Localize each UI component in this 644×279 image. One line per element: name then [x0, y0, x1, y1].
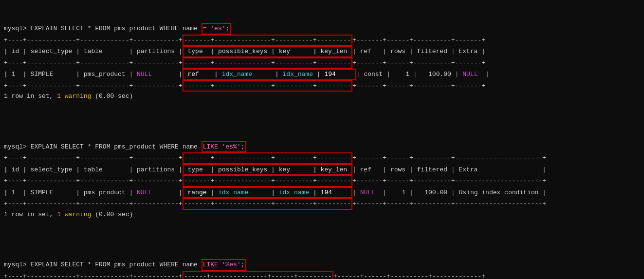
explain-keyword-3: EXPLAIN SELECT * FROM pms_product WHERE …	[31, 261, 202, 268]
explain-keyword-1: EXPLAIN SELECT * FROM pms_product WHERE …	[31, 25, 202, 32]
divider-1c-end: +-------+------+----------+-------+	[352, 82, 485, 90]
command-line-2: mysql> EXPLAIN SELECT * FROM pms_product…	[4, 143, 246, 150]
condition-highlight-3: LIKE '%es';	[202, 259, 246, 271]
col-highlight-box-2: -------+---------------+----------+-----…	[183, 152, 352, 164]
divider-3a: +----+-------------+-------------+------…	[4, 273, 183, 279]
divider-1a-end: +-------+------+----------+-------+	[352, 37, 485, 44]
divider-2a-end: +-------+------+----------+-------------…	[352, 154, 546, 162]
footer-1: 1 row in set, 1 warning (0.00 sec)	[4, 93, 133, 100]
col-highlight-box-1c: -------+---------------+----------+-----…	[183, 80, 352, 92]
key-val-2: idx_name	[279, 189, 309, 196]
divider-2c-end: +-------+------+----------+-------------…	[352, 200, 546, 207]
data-row-2: | 1 | SIMPLE | pms_product | NULL |	[4, 189, 183, 196]
type-val-1: ref	[188, 71, 199, 78]
null-val-2: NULL	[137, 189, 152, 196]
header-2-end: | ref | rows | filtered | Extra |	[352, 166, 546, 173]
condition-text-2: LIKE 'es%';	[203, 143, 245, 150]
condition-text-1: = 'es';	[203, 25, 230, 32]
footer-2: 1 row in set, 1 warning (0.00 sec)	[4, 211, 133, 218]
col-highlight-box-1b: -------+---------------+----------+-----…	[183, 57, 352, 69]
condition-highlight-1: = 'es';	[202, 23, 231, 35]
col-header-highlight-2: type | possible_keys | key | key_len	[183, 164, 352, 176]
col-data-highlight-1: ref | idx_name | idx_name | 194	[183, 69, 356, 80]
col-data-highlight-2: range | idx_name | idx_name | 194	[183, 187, 352, 199]
divider-1b-end: +-------+------+----------+-------+	[352, 59, 485, 67]
ref-val-2: NULL	[360, 189, 375, 196]
divider-2b: +----+-------------+-------------+------…	[4, 177, 183, 185]
prompt-2: mysql>	[4, 143, 31, 150]
divider-2b-end: +-------+------+----------+-------------…	[352, 177, 546, 185]
pk-val-1: idx_name	[222, 71, 252, 78]
col-highlight-box-3: ------+---------------+------+---------	[183, 271, 333, 279]
col-highlight-box-1: -------+---------------+----------+-----…	[183, 35, 352, 46]
divider-2a: +----+-------------+-------------+------…	[4, 154, 183, 162]
query-block-1: mysql> EXPLAIN SELECT * FROM pms_product…	[4, 14, 640, 101]
data-row-1-end: | const | 1 | 100.00 | NULL |	[356, 71, 489, 78]
divider-1b: +----+-------------+-------------+------…	[4, 59, 183, 67]
col-highlight-box-2b: -------+---------------+----------+-----…	[183, 175, 352, 187]
divider-3a-end: +------+------+----------+-------------+	[333, 273, 485, 279]
warning-2: 1 warning	[57, 211, 91, 218]
query-block-3: mysql> EXPLAIN SELECT * FROM pms_product…	[4, 240, 640, 279]
data-row-2-end: | NULL | 1 | 100.00 | Using index condit…	[352, 189, 546, 196]
col-highlight-box-2c: -------+---------------+----------+-----…	[183, 198, 352, 210]
prompt-3: mysql>	[4, 261, 31, 268]
divider-1a: +----+-------------+-------------+------…	[4, 37, 183, 44]
header-1: | id | select_type | table | partitions …	[4, 48, 183, 55]
query-block-2: mysql> EXPLAIN SELECT * FROM pms_product…	[4, 122, 640, 220]
warning-1: 1 warning	[57, 93, 91, 100]
klen-val-2: 194	[321, 189, 332, 196]
header-2: | id | select_type | table | partitions …	[4, 166, 183, 173]
null-val-1: NULL	[137, 71, 152, 78]
prompt-1: mysql>	[4, 25, 31, 32]
pk-val-2: idx_name	[218, 189, 248, 196]
condition-highlight-2: LIKE 'es%';	[202, 141, 246, 153]
command-line-3: mysql> EXPLAIN SELECT * FROM pms_product…	[4, 261, 246, 268]
header-1-end: | ref | rows | filtered | Extra |	[352, 48, 485, 55]
divider-2c: +----+-------------+-------------+------…	[4, 200, 183, 207]
condition-text-3: LIKE '%es';	[203, 261, 245, 268]
terminal-window: mysql> EXPLAIN SELECT * FROM pms_product…	[4, 4, 640, 279]
data-row-1: | 1 | SIMPLE | pms_product | NULL |	[4, 71, 183, 78]
null-extra-1: NULL	[462, 71, 478, 78]
command-line-1: mysql> EXPLAIN SELECT * FROM pms_product…	[4, 25, 231, 32]
klen-val-1: 194	[324, 71, 335, 78]
col-header-highlight-1: type | possible_keys | key | key_len	[183, 46, 352, 57]
divider-1c: +----+-------------+-------------+------…	[4, 82, 183, 90]
explain-keyword-2: EXPLAIN SELECT * FROM pms_product WHERE …	[31, 143, 202, 150]
key-val-1: idx_name	[283, 71, 313, 78]
type-val-2: range	[188, 189, 207, 196]
